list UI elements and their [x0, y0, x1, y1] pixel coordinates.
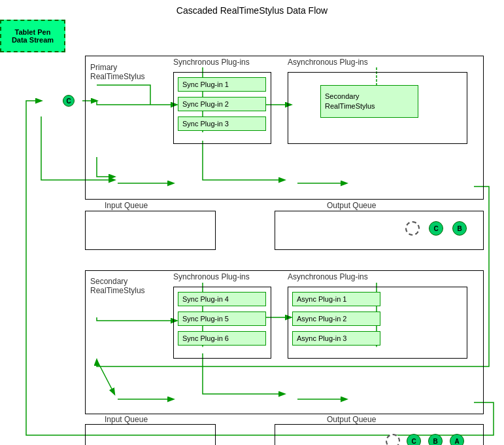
lower-async-plugin-1: Async Plug-in 1 [292, 292, 380, 306]
lower-circle-dashed [386, 434, 400, 445]
lower-circle-c: C [407, 434, 421, 445]
upper-circle-c: C [429, 221, 443, 236]
upper-circle-dashed [405, 221, 420, 236]
lower-rts-label: Secondary RealTimeStylus [90, 277, 145, 295]
lower-input-queue-label: Input Queue [105, 415, 148, 424]
upper-async-secondary-rts: Secondary RealTimeStylus [320, 85, 418, 118]
lower-sync-plugin-2: Sync Plug-in 5 [178, 312, 266, 326]
lower-input-queue-box [85, 424, 216, 445]
diagram-area: Tablet Pen Data Stream C Primary RealTim… [0, 20, 504, 445]
tablet-pen-circle: C [63, 95, 75, 107]
upper-input-queue-label: Input Queue [105, 201, 148, 210]
lower-async-plugin-2: Async Plug-in 2 [292, 312, 380, 326]
tablet-pen-box: Tablet Pen Data Stream [0, 20, 65, 52]
upper-async-label: Asynchronous Plug-ins [288, 58, 368, 67]
upper-rts-label: Primary RealTimeStylus [90, 63, 145, 81]
lower-async-label: Asynchronous Plug-ins [288, 272, 368, 281]
lower-async-plugin-3: Async Plug-in 3 [292, 331, 380, 346]
lower-output-queue-label: Output Queue [327, 415, 376, 424]
lower-sync-plugin-1: Sync Plug-in 4 [178, 292, 266, 306]
upper-sync-plugin-2: Sync Plug-in 2 [178, 97, 266, 111]
lower-circle-a: A [450, 434, 464, 445]
upper-circle-b: B [452, 221, 467, 236]
page-title: Cascaded RealTimeStylus Data Flow [0, 5, 504, 16]
lower-circle-b: B [428, 434, 443, 445]
lower-sync-plugin-3: Sync Plug-in 6 [178, 331, 266, 346]
upper-sync-plugin-1: Sync Plug-in 1 [178, 77, 266, 92]
tablet-pen-label: Tablet Pen Data Stream [12, 28, 54, 44]
upper-input-queue-box [85, 211, 216, 250]
upper-output-queue-label: Output Queue [327, 201, 376, 210]
upper-sync-label: Synchronous Plug-ins [173, 58, 250, 67]
upper-sync-plugin-3: Sync Plug-in 3 [178, 116, 266, 131]
lower-sync-label: Synchronous Plug-ins [173, 272, 250, 281]
